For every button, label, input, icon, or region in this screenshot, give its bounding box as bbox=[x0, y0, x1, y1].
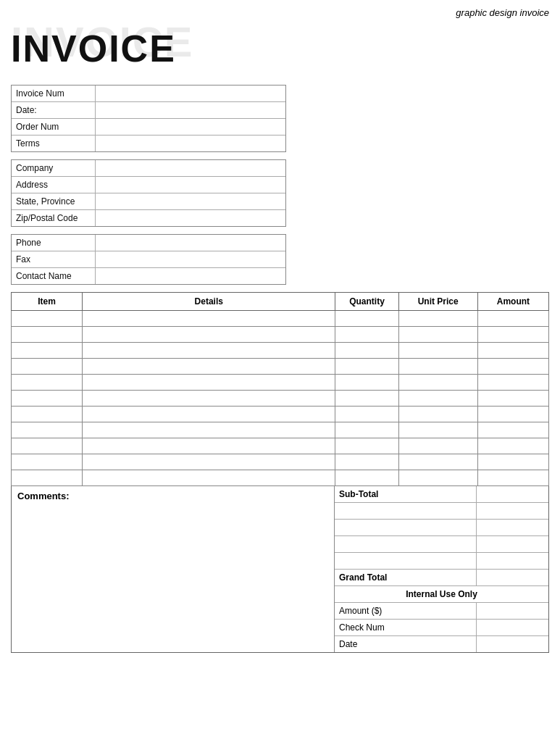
cell-amount-4[interactable] bbox=[477, 375, 548, 391]
cell-details-2[interactable] bbox=[83, 343, 335, 359]
contact-info-section: Phone Fax Contact Name bbox=[11, 234, 286, 285]
cell-quantity-5[interactable] bbox=[335, 391, 398, 407]
table-row bbox=[12, 470, 549, 486]
check-num-value[interactable] bbox=[476, 620, 548, 635]
order-num-value[interactable] bbox=[95, 119, 285, 135]
state-province-value[interactable] bbox=[95, 193, 285, 209]
fax-label: Fax bbox=[12, 251, 95, 267]
subtotal-value[interactable] bbox=[476, 486, 548, 502]
date-totals-label: Date bbox=[335, 636, 476, 652]
terms-value[interactable] bbox=[95, 136, 285, 151]
zip-label: Zip/Postal Code bbox=[12, 210, 95, 226]
cell-amount-2[interactable] bbox=[477, 343, 548, 359]
cell-unit_price-5[interactable] bbox=[398, 391, 477, 407]
table-row bbox=[12, 422, 549, 438]
cell-details-0[interactable] bbox=[83, 311, 335, 327]
cell-item-0[interactable] bbox=[12, 311, 83, 327]
cell-unit_price-3[interactable] bbox=[398, 359, 477, 375]
invoice-title-fg: INVOICE bbox=[11, 30, 176, 67]
grand-total-label: Grand Total bbox=[335, 570, 476, 585]
cell-amount-8[interactable] bbox=[477, 438, 548, 454]
cell-unit_price-6[interactable] bbox=[398, 407, 477, 422]
cell-details-6[interactable] bbox=[83, 407, 335, 422]
table-row bbox=[12, 391, 549, 407]
cell-quantity-3[interactable] bbox=[335, 359, 398, 375]
phone-value[interactable] bbox=[95, 235, 285, 251]
cell-details-1[interactable] bbox=[83, 327, 335, 343]
cell-unit_price-7[interactable] bbox=[398, 422, 477, 438]
cell-quantity-0[interactable] bbox=[335, 311, 398, 327]
cell-unit_price-9[interactable] bbox=[398, 454, 477, 470]
cell-unit_price-2[interactable] bbox=[398, 343, 477, 359]
items-table: Item Details Quantity Unit Price Amount bbox=[11, 292, 549, 486]
fax-value[interactable] bbox=[95, 251, 285, 267]
cell-details-3[interactable] bbox=[83, 359, 335, 375]
cell-amount-9[interactable] bbox=[477, 454, 548, 470]
zip-value[interactable] bbox=[95, 210, 285, 226]
cell-details-7[interactable] bbox=[83, 422, 335, 438]
cell-details-4[interactable] bbox=[83, 375, 335, 391]
blank-label-1 bbox=[335, 503, 476, 519]
cell-amount-0[interactable] bbox=[477, 311, 548, 327]
check-num-row: Check Num bbox=[335, 620, 548, 636]
cell-quantity-6[interactable] bbox=[335, 407, 398, 422]
cell-unit_price-8[interactable] bbox=[398, 438, 477, 454]
cell-details-8[interactable] bbox=[83, 438, 335, 454]
cell-item-6[interactable] bbox=[12, 407, 83, 422]
cell-amount-6[interactable] bbox=[477, 407, 548, 422]
contact-name-value[interactable] bbox=[95, 268, 285, 284]
address-value[interactable] bbox=[95, 177, 285, 193]
cell-unit_price-4[interactable] bbox=[398, 375, 477, 391]
grand-total-value[interactable] bbox=[476, 570, 548, 585]
cell-unit_price-10[interactable] bbox=[398, 470, 477, 486]
table-row bbox=[12, 343, 549, 359]
blank-value-3[interactable] bbox=[476, 536, 548, 552]
cell-amount-3[interactable] bbox=[477, 359, 548, 375]
cell-amount-1[interactable] bbox=[477, 327, 548, 343]
cell-quantity-7[interactable] bbox=[335, 422, 398, 438]
cell-amount-10[interactable] bbox=[477, 470, 548, 486]
cell-unit_price-0[interactable] bbox=[398, 311, 477, 327]
invoice-num-value[interactable] bbox=[95, 86, 285, 101]
invoice-num-row: Invoice Num bbox=[12, 86, 285, 102]
blank-value-2[interactable] bbox=[476, 520, 548, 535]
cell-quantity-8[interactable] bbox=[335, 438, 398, 454]
address-row: Address bbox=[12, 177, 285, 193]
cell-item-4[interactable] bbox=[12, 375, 83, 391]
terms-row: Terms bbox=[12, 136, 285, 151]
cell-amount-5[interactable] bbox=[477, 391, 548, 407]
comments-area[interactable]: Comments: bbox=[12, 486, 335, 652]
order-num-label: Order Num bbox=[12, 119, 95, 135]
zip-row: Zip/Postal Code bbox=[12, 210, 285, 226]
cell-item-2[interactable] bbox=[12, 343, 83, 359]
amount-value[interactable] bbox=[476, 603, 548, 619]
invoice-title-wrapper: INVOICE INVOICE bbox=[11, 21, 549, 72]
bottom-section: Comments: Sub-Total Grand Total Internal bbox=[11, 486, 549, 653]
cell-item-9[interactable] bbox=[12, 454, 83, 470]
cell-item-8[interactable] bbox=[12, 438, 83, 454]
cell-item-7[interactable] bbox=[12, 422, 83, 438]
blank-totals-row-4 bbox=[335, 553, 548, 570]
cell-amount-7[interactable] bbox=[477, 422, 548, 438]
company-value[interactable] bbox=[95, 160, 285, 176]
check-num-label: Check Num bbox=[335, 620, 476, 635]
cell-item-5[interactable] bbox=[12, 391, 83, 407]
amount-label: Amount ($) bbox=[335, 603, 476, 619]
cell-item-10[interactable] bbox=[12, 470, 83, 486]
cell-unit_price-1[interactable] bbox=[398, 327, 477, 343]
table-row bbox=[12, 327, 549, 343]
cell-quantity-1[interactable] bbox=[335, 327, 398, 343]
cell-details-5[interactable] bbox=[83, 391, 335, 407]
date-totals-value[interactable] bbox=[476, 636, 548, 652]
cell-quantity-4[interactable] bbox=[335, 375, 398, 391]
cell-quantity-2[interactable] bbox=[335, 343, 398, 359]
cell-item-3[interactable] bbox=[12, 359, 83, 375]
blank-value-1[interactable] bbox=[476, 503, 548, 519]
blank-value-4[interactable] bbox=[476, 553, 548, 569]
cell-item-1[interactable] bbox=[12, 327, 83, 343]
cell-details-10[interactable] bbox=[83, 470, 335, 486]
cell-details-9[interactable] bbox=[83, 454, 335, 470]
date-value[interactable] bbox=[95, 102, 285, 118]
cell-quantity-10[interactable] bbox=[335, 470, 398, 486]
cell-quantity-9[interactable] bbox=[335, 454, 398, 470]
